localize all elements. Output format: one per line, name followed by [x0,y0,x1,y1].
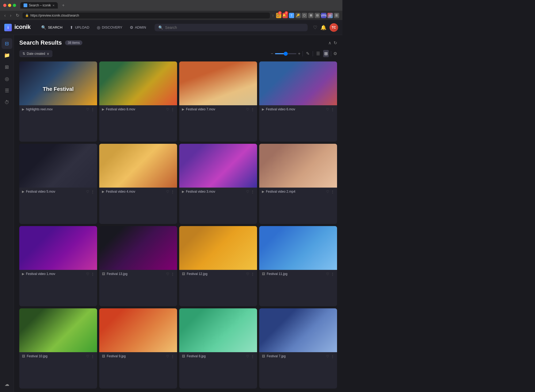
media-card[interactable]: ▶ Festival video 4.mov ♡ ⋮ [99,144,177,224]
more-options-button[interactable]: ⋮ [331,354,334,358]
favorite-button[interactable]: ♡ [166,354,169,358]
collapse-button[interactable]: ∧ [328,40,331,45]
video-type-icon: ▶ [262,107,264,111]
zoom-slider[interactable] [275,53,296,54]
more-options-button[interactable]: ⋮ [331,272,334,276]
more-options-button[interactable]: ⋮ [171,107,174,111]
edit-view-button[interactable]: ✎ [305,50,311,57]
favorite-button[interactable]: ♡ [86,190,89,194]
close-traffic-light[interactable] [3,4,6,7]
toolbar-separator-3 [331,51,331,56]
favorite-button[interactable]: ♡ [326,272,329,276]
browser-reload-button[interactable]: ↻ [15,12,20,18]
media-info: 🖼 Festival 10.jpg ♡ ⋮ [19,352,97,360]
sidebar-item-compass[interactable]: ◎ [2,73,12,84]
sidebar-item-folders[interactable]: 📁 [2,50,12,61]
media-name: Festival video 2.mp4 [266,190,324,193]
media-card[interactable]: ▶ Festival video 2.mp4 ♡ ⋮ [259,144,337,224]
media-card[interactable]: 🖼 Festival 11.jpg ♡ ⋮ [259,226,337,306]
more-options-button[interactable]: ⋮ [251,107,254,111]
browser-tab[interactable]: Search – iconik ✕ [20,2,58,9]
media-actions: ♡ ⋮ [246,107,254,111]
browser-back-button[interactable]: ‹ [3,13,7,18]
favorites-button[interactable]: ♡ [313,25,317,30]
browser-share-button[interactable]: ↑ [272,13,274,18]
zoom-out-button[interactable]: − [271,51,273,56]
more-options-button[interactable]: ⋮ [171,190,174,194]
media-info: 🖼 Festival 13.jpg ♡ ⋮ [99,270,177,278]
address-url: https://preview.iconik.cloud/search [30,14,79,17]
favorite-button[interactable]: ♡ [246,272,249,276]
sidebar-item-collections[interactable]: ⊞ [2,62,12,72]
favorite-button[interactable]: ♡ [326,354,329,358]
favorite-button[interactable]: ♡ [326,107,329,111]
more-options-button[interactable]: ⋮ [251,190,254,194]
more-options-button[interactable]: ⋮ [91,272,94,276]
nav-discovery[interactable]: ◎ DISCOVERY [94,24,125,32]
browser-titlebar: Search – iconik ✕ + [0,0,342,11]
view-settings-button[interactable]: ⚙ [333,51,337,56]
favorite-button[interactable]: ♡ [166,107,169,111]
notifications-button[interactable]: 🔔 [320,25,326,30]
favorite-button[interactable]: ♡ [86,107,89,111]
nav-upload[interactable]: ⬆ UPLOAD [67,24,92,32]
refresh-button[interactable]: ↻ [334,40,337,45]
favorite-button[interactable]: ♡ [246,354,249,358]
address-bar[interactable]: 🔒 https://preview.iconik.cloud/search [22,13,270,18]
more-options-button[interactable]: ⋮ [91,354,94,358]
sidebar-item-history[interactable]: ⏱ [2,97,12,108]
more-options-button[interactable]: ⋮ [331,107,334,111]
media-card[interactable]: ▶ Festival video 8.mov ♡ ⋮ [99,61,177,142]
sidebar-item-list[interactable]: ☰ [2,85,12,96]
media-card[interactable]: ▶ Festival video 7.mov ♡ ⋮ [179,61,257,142]
more-options-button[interactable]: ⋮ [91,190,94,194]
media-card[interactable]: 🖼 Festival 8.jpg ♡ ⋮ [179,308,257,389]
sidebar: ⊟ 📁 ⊞ ◎ ☰ ⏱ ☁ [0,35,14,392]
more-options-button[interactable]: ⋮ [251,272,254,276]
media-card[interactable]: ▶ Festival video 5.mov ♡ ⋮ [19,144,97,224]
media-card[interactable]: The Festival ▶ highlights reel.mov ♡ ⋮ [19,61,97,142]
sort-button[interactable]: ⇅ Date created ∨ [19,50,52,57]
media-thumbnail [179,144,257,188]
favorite-button[interactable]: ♡ [166,190,169,194]
favorite-button[interactable]: ♡ [86,272,89,276]
user-avatar[interactable]: TC [330,23,338,32]
tab-close-button[interactable]: ✕ [52,4,55,7]
zoom-in-button[interactable]: + [298,51,300,56]
media-card[interactable]: 🖼 Festival 13.jpg ♡ ⋮ [99,226,177,306]
extension-icons: 🦁3 🔔2 T 🔑 ⬡ ⊞ ⊟ VPN ◎ ☰ [276,13,339,18]
nav-admin[interactable]: ⚙ ADMIN [127,24,149,32]
media-thumb-inner [19,226,97,270]
maximize-traffic-light[interactable] [13,4,16,7]
more-options-button[interactable]: ⋮ [171,354,174,358]
media-card[interactable]: ▶ Festival video 1.mov ♡ ⋮ [19,226,97,306]
media-card[interactable]: 🖼 Festival 7.jpg ♡ ⋮ [259,308,337,389]
more-options-button[interactable]: ⋮ [251,354,254,358]
media-card[interactable]: 🖼 Festival 9.jpg ♡ ⋮ [99,308,177,389]
favorite-button[interactable]: ♡ [86,354,89,358]
list-view-button[interactable]: ☰ [315,50,321,57]
minimize-traffic-light[interactable] [8,4,11,7]
media-card[interactable]: ▶ Festival video 6.mov ♡ ⋮ [259,61,337,142]
favorite-button[interactable]: ♡ [246,190,249,194]
more-options-button[interactable]: ⋮ [331,190,334,194]
more-options-button[interactable]: ⋮ [171,272,174,276]
sidebar-item-cloud[interactable]: ☁ [2,379,12,390]
media-card[interactable]: ▶ Festival video 3.mov ♡ ⋮ [179,144,257,224]
browser-forward-button[interactable]: › [9,13,12,18]
nav-search[interactable]: 🔍 SEARCH [38,24,66,32]
media-card[interactable]: 🖼 Festival 12.jpg ♡ ⋮ [179,226,257,306]
search-bar-container[interactable]: 🔍 [155,24,308,31]
media-info: ▶ Festival video 6.mov ♡ ⋮ [259,105,337,114]
favorite-button[interactable]: ♡ [166,272,169,276]
new-tab-button[interactable]: + [62,3,64,8]
search-input[interactable] [165,25,304,30]
favorite-button[interactable]: ♡ [246,107,249,111]
media-actions: ♡ ⋮ [86,107,94,111]
grid-view-button[interactable]: ⊞ [323,50,329,57]
image-type-icon: 🖼 [182,272,185,276]
media-card[interactable]: 🖼 Festival 10.jpg ♡ ⋮ [19,308,97,389]
more-options-button[interactable]: ⋮ [91,107,94,111]
favorite-button[interactable]: ♡ [326,190,329,194]
sidebar-item-filters[interactable]: ⊟ [2,38,12,49]
